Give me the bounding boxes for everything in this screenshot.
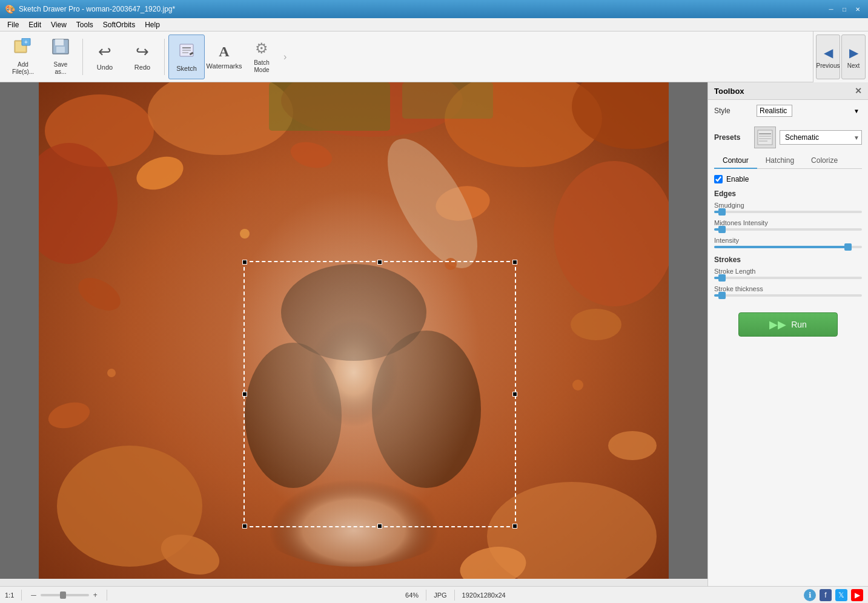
zoom-slider-thumb[interactable] xyxy=(60,591,66,599)
add-files-button[interactable]: + AddFile(s)... xyxy=(5,35,41,79)
canvas-area[interactable] xyxy=(0,82,707,586)
horizontal-scrollbar[interactable] xyxy=(0,579,707,586)
add-files-icon: + xyxy=(13,38,33,59)
sketch-label: Sketch xyxy=(176,65,197,72)
tab-contour[interactable]: Contour xyxy=(714,153,757,169)
toolbox-title: Toolbox xyxy=(714,87,744,96)
stroke-length-slider-row: Stroke Length xyxy=(714,268,862,279)
close-button[interactable]: ✕ xyxy=(852,4,863,15)
svg-text:+: + xyxy=(24,39,28,45)
presets-label-area: Presets xyxy=(714,133,750,142)
previous-button[interactable]: ◀ Previous xyxy=(816,35,840,79)
window-title: Sketch Drawer Pro - woman-2003647_1920.j… xyxy=(19,5,175,13)
zoom-out-button[interactable]: ─ xyxy=(29,591,38,599)
midtones-slider-thumb[interactable] xyxy=(718,226,726,233)
midtones-slider-track[interactable] xyxy=(714,228,862,231)
style-row: Style Realistic Pencil Charcoal Ink ▼ xyxy=(714,105,862,117)
zoom-level-section: 1:1 xyxy=(5,591,14,599)
stroke-thickness-slider-thumb[interactable] xyxy=(718,292,726,299)
more-options-button[interactable]: › xyxy=(283,51,287,62)
sketch-button[interactable]: Sketch xyxy=(168,35,205,79)
undo-button[interactable]: ↩ Undo xyxy=(87,35,123,79)
midtones-slider-row: Midtones Intensity xyxy=(714,219,862,231)
next-button[interactable]: ▶ Next xyxy=(841,35,866,79)
style-dropdown-wrapper: Realistic Pencil Charcoal Ink ▼ xyxy=(757,105,862,117)
menu-edit[interactable]: Edit xyxy=(24,18,46,31)
preset-dropdown-wrapper: Schematic Detailed Rough Fine Art ▼ xyxy=(780,130,862,145)
menu-file[interactable]: File xyxy=(2,18,24,31)
facebook-icon[interactable]: f xyxy=(820,589,832,601)
run-icon: ▶▶ xyxy=(769,318,786,331)
run-button-area: ▶▶ Run xyxy=(714,303,862,346)
smudging-slider-row: Smudging xyxy=(714,202,862,213)
edges-title: Edges xyxy=(714,189,862,198)
preset-icon-display xyxy=(754,127,776,148)
window-controls: ─ □ ✕ xyxy=(826,4,863,15)
watermarks-button[interactable]: A Watermarks xyxy=(206,35,242,79)
tab-colorize[interactable]: Colorize xyxy=(803,153,846,169)
separator-status-3 xyxy=(426,590,426,601)
main-image xyxy=(39,82,669,586)
toolbox-close-button[interactable]: ✕ xyxy=(855,86,862,96)
strokes-title: Strokes xyxy=(714,255,862,264)
separator-2 xyxy=(164,39,165,75)
strokes-section: Strokes Stroke Length Stroke thickness xyxy=(714,255,862,297)
toolbox-header: Toolbox ✕ xyxy=(708,82,868,100)
style-select[interactable]: Realistic Pencil Charcoal Ink xyxy=(757,105,792,117)
undo-label: Undo xyxy=(97,64,113,71)
zoom-percent-section: 64% xyxy=(405,591,419,599)
intensity-label: Intensity xyxy=(714,237,862,244)
run-button[interactable]: ▶▶ Run xyxy=(738,312,838,337)
enable-row: Enable xyxy=(714,175,862,183)
edges-section: Edges Smudging Midtones Intensity xyxy=(714,189,862,248)
add-files-label: AddFile(s)... xyxy=(12,61,34,76)
stroke-length-label: Stroke Length xyxy=(714,268,862,275)
presets-area: Presets Schematic Detailed Rough Fine Ar… xyxy=(708,127,868,148)
tab-hatching[interactable]: Hatching xyxy=(757,153,803,169)
smudging-slider-thumb[interactable] xyxy=(718,208,726,216)
style-label: Style xyxy=(714,107,757,115)
format-section: JPG xyxy=(434,591,446,599)
redo-button[interactable]: ↪ Redo xyxy=(124,35,161,79)
dimensions-section: 1920x1280x24 xyxy=(462,591,506,599)
batch-mode-label: BatchMode xyxy=(254,59,270,74)
svg-rect-43 xyxy=(758,130,772,145)
separator-status-4 xyxy=(454,590,455,601)
menu-view[interactable]: View xyxy=(46,18,71,31)
zoom-in-button[interactable]: + xyxy=(91,591,99,599)
stroke-thickness-slider-track[interactable] xyxy=(714,294,862,297)
preset-select[interactable]: Schematic Detailed Rough Fine Art xyxy=(780,130,862,145)
menu-softorbits[interactable]: SoftOrbits xyxy=(98,18,140,31)
main-area: Toolbox ✕ Style Realistic Pencil Charcoa… xyxy=(0,82,868,586)
intensity-slider-track[interactable] xyxy=(714,246,862,248)
redo-icon: ↪ xyxy=(136,42,149,61)
social-icons-section: ℹ f 𝕏 ▶ xyxy=(804,589,863,601)
zoom-percent: 64% xyxy=(405,591,419,599)
intensity-slider-row: Intensity xyxy=(714,237,862,248)
zoom-controls: ─ + xyxy=(29,591,99,599)
woman-overlay xyxy=(39,82,669,586)
stroke-length-slider-thumb[interactable] xyxy=(718,274,726,282)
style-dropdown-arrow-icon: ▼ xyxy=(853,108,860,114)
toolbar: + AddFile(s)... Saveas... ↩ Undo ↪ Redo xyxy=(0,31,868,82)
previous-arrow-icon: ◀ xyxy=(824,45,833,60)
menu-help[interactable]: Help xyxy=(140,18,165,31)
stroke-thickness-slider-row: Stroke thickness xyxy=(714,285,862,297)
smudging-slider-track[interactable] xyxy=(714,211,862,213)
maximize-button[interactable]: □ xyxy=(839,4,850,15)
enable-checkbox[interactable] xyxy=(714,175,723,183)
intensity-slider-thumb[interactable] xyxy=(844,243,852,251)
minimize-button[interactable]: ─ xyxy=(826,4,837,15)
batch-mode-button[interactable]: ⚙ BatchMode xyxy=(244,35,280,79)
presets-label: Presets xyxy=(714,133,740,142)
twitter-icon[interactable]: 𝕏 xyxy=(835,589,847,601)
stroke-length-slider-track[interactable] xyxy=(714,277,862,279)
smudging-label: Smudging xyxy=(714,202,862,209)
redo-label: Redo xyxy=(134,64,150,71)
status-bar: 1:1 ─ + 64% JPG 1920x1280x24 ℹ f 𝕏 ▶ xyxy=(0,586,868,603)
info-icon[interactable]: ℹ xyxy=(804,589,816,601)
menu-tools[interactable]: Tools xyxy=(71,18,98,31)
youtube-icon[interactable]: ▶ xyxy=(851,589,863,601)
save-as-button[interactable]: Saveas... xyxy=(42,35,79,79)
zoom-slider-track[interactable] xyxy=(41,594,89,596)
